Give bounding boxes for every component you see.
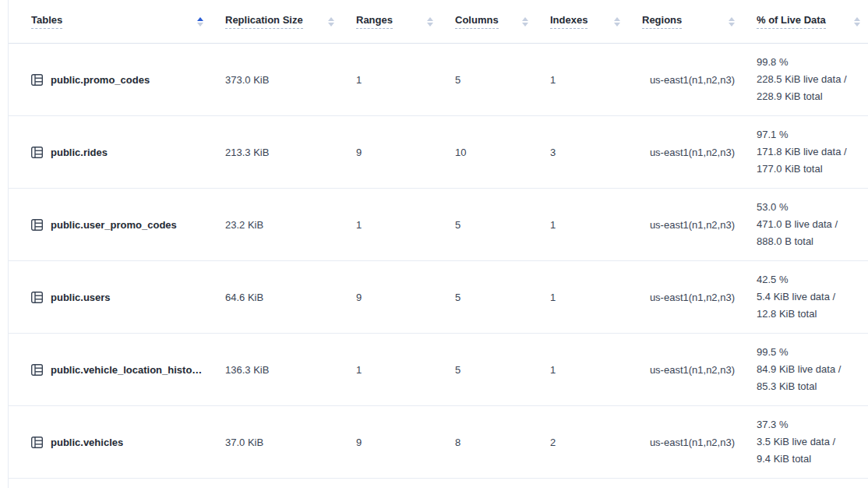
table-row: public.rides 213.3 KiB 9 10 3 us-east1(n… — [9, 116, 868, 189]
table-icon — [30, 146, 44, 159]
regions-cell: us-east1(n1,n2,n3) — [628, 74, 743, 86]
sort-down-icon — [854, 23, 860, 27]
column-header-tables[interactable]: Tables — [9, 14, 211, 29]
table-row: public.vehicle_location_histories 136.3 … — [9, 334, 868, 406]
regions-cell: us-east1(n1,n2,n3) — [628, 437, 743, 448]
live-data-percent: 53.0 % — [757, 199, 860, 216]
live-data-total: 177.0 KiB total — [757, 161, 860, 178]
replication-size-cell: 37.0 KiB — [211, 437, 342, 448]
live-data-cell: 37.3 % 3.5 KiB live data / 9.4 KiB total — [743, 416, 868, 468]
table-name-cell: public.vehicle_location_histories — [9, 363, 211, 377]
column-header-regions[interactable]: Regions — [628, 14, 743, 29]
indexes-cell: 2 — [536, 437, 628, 448]
live-data-amount: 471.0 B live data / — [757, 216, 860, 233]
live-data-amount: 171.8 KiB live data / — [757, 143, 860, 161]
column-header-replication-size[interactable]: Replication Size — [211, 14, 342, 29]
sort-down-icon — [522, 23, 528, 27]
table-name-link[interactable]: public.vehicles — [51, 437, 123, 448]
indexes-cell: 1 — [536, 219, 628, 231]
replication-size-cell: 213.3 KiB — [211, 147, 342, 158]
column-header-label: Regions — [642, 14, 682, 29]
column-header-label: Replication Size — [225, 14, 303, 29]
table-icon — [30, 73, 44, 87]
live-data-total: 85.3 KiB total — [757, 378, 860, 395]
ranges-cell: 9 — [342, 147, 441, 158]
tables-list-panel: Tables Replication Size Ranges Columns I… — [8, 0, 868, 488]
regions-cell: us-east1(n1,n2,n3) — [628, 364, 743, 376]
sort-up-icon — [197, 17, 203, 21]
sort-icon — [722, 17, 735, 27]
columns-cell: 8 — [441, 437, 536, 448]
columns-cell: 5 — [441, 364, 536, 376]
regions-cell: us-east1(n1,n2,n3) — [628, 147, 743, 158]
sort-down-icon — [614, 23, 620, 27]
live-data-percent: 97.1 % — [757, 126, 860, 143]
live-data-percent: 99.5 % — [757, 344, 860, 361]
table-name-cell: public.users — [9, 291, 211, 304]
columns-cell: 5 — [441, 292, 536, 303]
regions-cell: us-east1(n1,n2,n3) — [628, 292, 743, 303]
table-name-link[interactable]: public.rides — [51, 147, 108, 158]
ranges-cell: 1 — [342, 219, 441, 231]
tables-page: Tables Replication Size Ranges Columns I… — [0, 0, 868, 488]
ranges-cell: 1 — [342, 364, 441, 376]
live-data-total: 12.8 KiB total — [757, 306, 860, 323]
table-name-link[interactable]: public.user_promo_codes — [51, 219, 177, 231]
sort-down-icon — [427, 23, 433, 27]
live-data-total: 888.0 B total — [757, 233, 860, 250]
indexes-cell: 1 — [536, 364, 628, 376]
live-data-amount: 84.9 KiB live data / — [757, 361, 860, 378]
live-data-percent: 42.5 % — [757, 271, 860, 288]
table-icon — [30, 291, 44, 304]
column-header-ranges[interactable]: Ranges — [342, 14, 441, 29]
sort-up-icon — [328, 17, 334, 21]
replication-size-cell: 64.6 KiB — [211, 292, 342, 303]
live-data-amount: 5.4 KiB live data / — [757, 288, 860, 306]
sort-icon — [191, 17, 203, 27]
replication-size-cell: 373.0 KiB — [211, 74, 342, 86]
live-data-percent: 99.8 % — [757, 54, 860, 71]
table-row: public.users 64.6 KiB 9 5 1 us-east1(n1,… — [9, 261, 868, 334]
sort-icon — [421, 17, 433, 27]
table-icon — [30, 218, 44, 232]
live-data-cell: 99.5 % 84.9 KiB live data / 85.3 KiB tot… — [743, 344, 868, 395]
column-header-live-data[interactable]: % of Live Data — [743, 14, 868, 29]
replication-size-cell: 136.3 KiB — [211, 364, 342, 376]
table-name-link[interactable]: public.users — [51, 292, 111, 303]
table-row: public.vehicles 37.0 KiB 9 8 2 us-east1(… — [9, 406, 868, 479]
table-name-link[interactable]: public.promo_codes — [51, 74, 150, 86]
live-data-cell: 99.8 % 228.5 KiB live data / 228.9 KiB t… — [743, 54, 868, 105]
table-name-cell: public.promo_codes — [9, 73, 211, 87]
table-name-cell: public.vehicles — [9, 436, 211, 449]
live-data-cell: 97.1 % 171.8 KiB live data / 177.0 KiB t… — [743, 126, 868, 178]
indexes-cell: 1 — [536, 292, 628, 303]
sort-icon — [516, 17, 528, 27]
live-data-amount: 3.5 KiB live data / — [757, 433, 860, 451]
table-name-cell: public.user_promo_codes — [9, 218, 211, 232]
table-row: public.user_promo_codes 23.2 KiB 1 5 1 u… — [9, 189, 868, 261]
column-header-indexes[interactable]: Indexes — [536, 14, 628, 29]
column-header-label: Indexes — [550, 14, 587, 29]
sort-down-icon — [729, 23, 735, 27]
table-row: public.promo_codes 373.0 KiB 1 5 1 us-ea… — [9, 44, 868, 116]
ranges-cell: 9 — [342, 292, 441, 303]
column-header-label: Tables — [31, 14, 62, 29]
ranges-cell: 1 — [342, 74, 441, 86]
sort-icon — [848, 17, 860, 27]
column-header-label: % of Live Data — [757, 14, 826, 29]
live-data-cell: 42.5 % 5.4 KiB live data / 12.8 KiB tota… — [743, 271, 868, 323]
live-data-amount: 228.5 KiB live data / — [757, 71, 860, 88]
live-data-total: 9.4 KiB total — [757, 451, 860, 468]
column-header-label: Columns — [455, 14, 499, 29]
sort-up-icon — [854, 17, 860, 21]
indexes-cell: 1 — [536, 74, 628, 86]
table-name-link[interactable]: public.vehicle_location_histories — [51, 364, 203, 376]
sort-icon — [608, 17, 620, 27]
columns-cell: 10 — [441, 147, 536, 158]
sort-down-icon — [197, 23, 203, 27]
column-header-columns[interactable]: Columns — [441, 14, 536, 29]
table-icon — [30, 363, 44, 377]
column-header-label: Ranges — [356, 14, 393, 29]
columns-cell: 5 — [441, 74, 536, 86]
table-name-cell: public.rides — [9, 146, 211, 159]
